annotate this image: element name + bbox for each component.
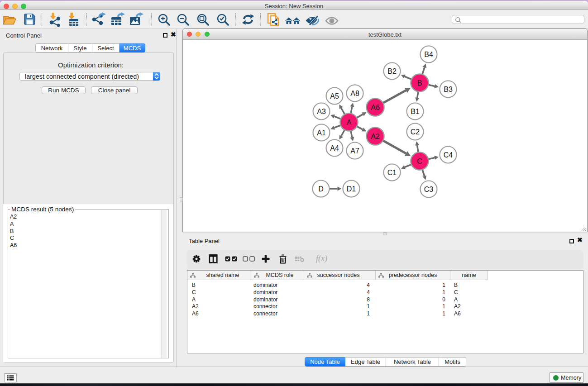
svg-text:A3: A3: [317, 108, 326, 115]
svg-text:B3: B3: [444, 86, 453, 93]
svg-text:A5: A5: [330, 92, 339, 100]
svg-text:B: B: [417, 79, 422, 87]
svg-text:A: A: [347, 119, 352, 126]
svg-text:B2: B2: [387, 67, 397, 75]
svg-text:A6: A6: [371, 104, 380, 111]
svg-text:A2: A2: [371, 133, 380, 140]
svg-text:D: D: [318, 185, 324, 193]
svg-text:B4: B4: [424, 51, 433, 58]
svg-text:A8: A8: [350, 90, 359, 97]
svg-text:C4: C4: [444, 151, 453, 159]
svg-text:C1: C1: [387, 169, 397, 176]
svg-text:D1: D1: [347, 185, 356, 193]
svg-text:A7: A7: [350, 147, 359, 155]
svg-text:C3: C3: [424, 186, 434, 193]
svg-text:C: C: [417, 157, 422, 165]
svg-text:B1: B1: [411, 108, 420, 115]
svg-text:A4: A4: [330, 144, 339, 152]
svg-text:A1: A1: [317, 129, 326, 137]
svg-text:C2: C2: [411, 128, 420, 136]
